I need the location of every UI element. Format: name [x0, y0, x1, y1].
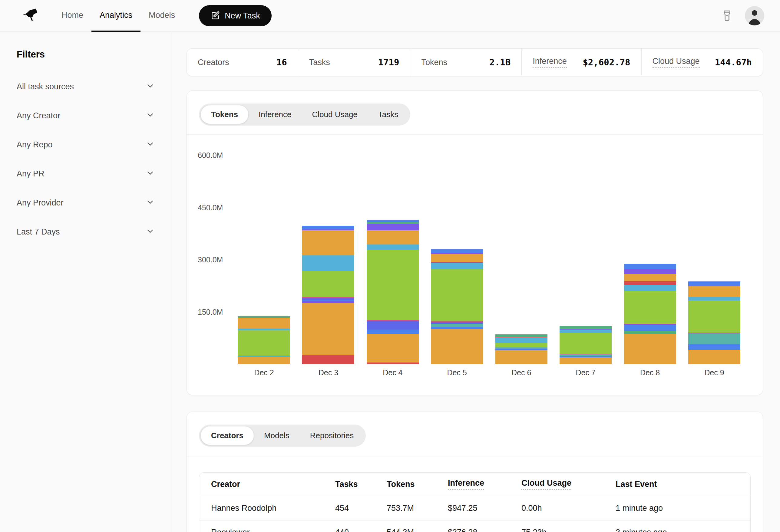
x-label-dec-5: Dec 5: [431, 368, 483, 377]
filter-label: Any Creator: [17, 111, 60, 120]
chart-bars: [238, 220, 740, 364]
bar-segment-orange: [302, 303, 354, 355]
main-content: Creators16Tasks1719Tokens2.1BInference$2…: [172, 32, 780, 532]
bar-segment-sky: [367, 245, 419, 250]
person-silhouette-icon: [745, 6, 764, 25]
table-cell: 0.00h: [522, 503, 616, 513]
table-cell: Rooviewer: [211, 528, 335, 532]
bar-dec-3[interactable]: [302, 226, 354, 364]
x-label-dec-6: Dec 6: [495, 368, 547, 377]
kangaroo-logo-icon[interactable]: [19, 7, 45, 24]
chart-tab-cloud-usage[interactable]: Cloud Usage: [302, 105, 368, 124]
stat-cloud-usage[interactable]: Cloud Usage144.67h: [641, 49, 763, 76]
bar-segment-seagreen: [624, 331, 676, 334]
bar-segment-blue: [367, 220, 419, 222]
bar-segment-blue: [688, 281, 740, 286]
filter-dropdown-last-7-days[interactable]: Last 7 Days: [17, 217, 155, 246]
table-body: Hannes Roodolph454753.7M$947.250.00h1 mi…: [199, 496, 750, 532]
table-cell: 1 minute ago: [616, 503, 750, 513]
stat-value: 2.1B: [489, 57, 510, 67]
chevron-down-icon: [146, 82, 155, 92]
bar-segment-blue: [431, 249, 483, 253]
bar-segment-orange: [688, 350, 740, 364]
bar-segment-green: [302, 271, 354, 297]
table-row[interactable]: Hannes Roodolph454753.7M$947.250.00h1 mi…: [199, 496, 750, 520]
bar-segment-purple: [624, 269, 676, 274]
breakdown-tab-group: CreatorsModelsRepositories: [199, 425, 366, 447]
x-label-dec-9: Dec 9: [688, 368, 740, 377]
filter-label: Last 7 Days: [17, 227, 60, 236]
chart-tab-tasks[interactable]: Tasks: [368, 105, 408, 124]
stat-creators[interactable]: Creators16: [187, 49, 298, 76]
x-label-dec-2: Dec 2: [238, 368, 290, 377]
filter-list: All task sourcesAny CreatorAny RepoAny P…: [17, 72, 155, 246]
filter-dropdown-any-repo[interactable]: Any Repo: [17, 130, 155, 159]
new-task-button[interactable]: New Task: [199, 5, 272, 26]
column-header-creator[interactable]: Creator: [211, 480, 335, 489]
column-header-tasks[interactable]: Tasks: [335, 480, 387, 489]
column-header-last-event[interactable]: Last Event: [616, 480, 750, 489]
stat-label: Creators: [198, 58, 229, 67]
column-header-label: Creator: [211, 480, 240, 489]
column-header-label: Last Event: [616, 480, 657, 489]
bar-segment-orange: [688, 286, 740, 297]
bar-segment-sky: [624, 285, 676, 291]
bar-segment-blue: [431, 327, 483, 329]
stat-tasks[interactable]: Tasks1719: [298, 49, 410, 76]
breakdown-tab-repositories[interactable]: Repositories: [300, 426, 364, 445]
bar-segment-green: [559, 333, 612, 354]
bar-dec-4[interactable]: [367, 220, 419, 364]
bar-segment-teal: [431, 324, 483, 327]
chart-tab-tokens[interactable]: Tokens: [201, 105, 248, 124]
analytics-page: HomeAnalyticsModels New Task: [0, 0, 780, 532]
bar-segment-teal: [688, 333, 740, 344]
stat-inference[interactable]: Inference$2,602.78: [522, 49, 641, 76]
breakdown-tab-models[interactable]: Models: [254, 426, 300, 445]
bar-segment-sky: [688, 297, 740, 301]
chevron-down-icon: [146, 169, 155, 179]
nav-item-analytics[interactable]: Analytics: [91, 0, 141, 32]
kangaroo-logo-icon: [19, 7, 45, 24]
filter-dropdown-all-task-sources[interactable]: All task sources: [17, 72, 155, 101]
bar-segment-green: [495, 343, 547, 348]
filter-dropdown-any-creator[interactable]: Any Creator: [17, 101, 155, 130]
chart-tabs: TokensInferenceCloud UsageTasks: [187, 91, 763, 125]
column-header-tokens[interactable]: Tokens: [387, 480, 448, 489]
table-cell: 454: [335, 503, 387, 513]
table-cell: 440: [335, 528, 387, 532]
bar-segment-green: [238, 330, 290, 356]
bar-segment-red: [624, 281, 676, 285]
bar-dec-2[interactable]: [238, 316, 290, 364]
bar-dec-7[interactable]: [559, 326, 612, 364]
bar-dec-8[interactable]: [624, 264, 676, 364]
tokens-stacked-bar-chart: 150.0M300.0M450.0M600.0M Dec 2Dec 3Dec 4…: [187, 135, 763, 395]
filter-dropdown-any-pr[interactable]: Any PR: [17, 159, 155, 188]
table-row[interactable]: Rooviewer440544.3M$376.2875.23h3 minutes…: [199, 520, 750, 532]
nav-item-models[interactable]: Models: [141, 0, 183, 32]
column-header-inference[interactable]: Inference: [448, 478, 522, 490]
bar-dec-6[interactable]: [495, 334, 547, 364]
chart-tab-inference[interactable]: Inference: [248, 105, 302, 124]
y-tick-450-0m: 450.0M: [198, 203, 223, 212]
column-header-label: Tokens: [387, 480, 415, 489]
bar-segment-red: [302, 355, 354, 364]
stat-tokens[interactable]: Tokens2.1B: [410, 49, 522, 76]
breakdown-tab-creators[interactable]: Creators: [201, 426, 254, 445]
bar-segment-orange: [431, 329, 483, 364]
column-header-cloud-usage[interactable]: Cloud Usage: [522, 478, 616, 490]
bar-dec-5[interactable]: [431, 249, 483, 364]
user-avatar[interactable]: [745, 6, 764, 25]
chevron-down-icon: [146, 140, 155, 150]
filter-dropdown-any-provider[interactable]: Any Provider: [17, 188, 155, 217]
bar-segment-orange: [431, 254, 483, 262]
y-tick-300-0m: 300.0M: [198, 255, 223, 264]
bar-segment-sky: [431, 263, 483, 269]
column-header-label: Inference: [448, 478, 484, 490]
stat-value: 1719: [378, 57, 399, 67]
bar-dec-9[interactable]: [688, 281, 740, 364]
filters-title: Filters: [17, 49, 155, 60]
flashlight-icon[interactable]: [721, 9, 733, 22]
nav-item-home[interactable]: Home: [53, 0, 91, 32]
y-tick-150-0m: 150.0M: [198, 308, 223, 317]
bar-segment-indigo: [367, 321, 419, 329]
